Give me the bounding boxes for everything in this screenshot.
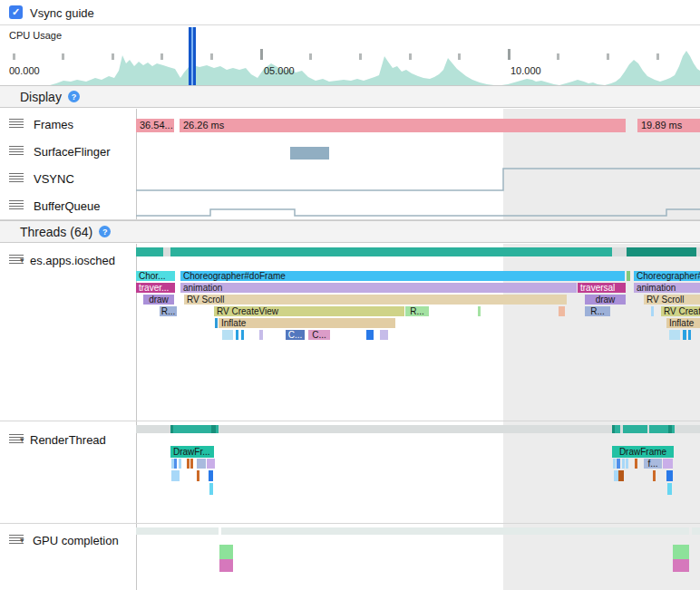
- trace-slice[interactable]: [190, 459, 193, 469]
- trace-slice[interactable]: [366, 330, 374, 340]
- trace-slice: [458, 53, 461, 60]
- collapse-triangle-icon[interactable]: ▾: [20, 435, 24, 444]
- help-icon[interactable]: ?: [99, 226, 111, 237]
- trace-slice[interactable]: [683, 330, 686, 340]
- trace-slice-c-[interactable]: C...: [308, 330, 330, 340]
- trace-slice[interactable]: [635, 459, 637, 469]
- trace-slice: [672, 425, 675, 433]
- trace-slice-19-89-ms[interactable]: 19.89 ms: [637, 119, 700, 132]
- trace-slice[interactable]: [673, 545, 689, 559]
- trace-slice[interactable]: [219, 545, 233, 559]
- trace-slice[interactable]: [197, 470, 199, 481]
- row-label: SurfaceFlinger: [34, 145, 111, 159]
- trace-slice[interactable]: [236, 330, 238, 340]
- trace-slice-rv-scroll[interactable]: RV Scroll: [184, 295, 567, 305]
- trace-slice-draw[interactable]: draw: [585, 295, 626, 305]
- trace-slice-choreographer-doframe[interactable]: Choreographer#doFrame: [180, 271, 625, 281]
- collapse-triangle-icon[interactable]: ▾: [20, 256, 24, 265]
- drag-handle-icon[interactable]: [9, 173, 24, 183]
- trace-slice-r-[interactable]: R...: [160, 306, 177, 316]
- trace-slice-draw[interactable]: draw: [143, 295, 174, 305]
- trace-slice: [13, 53, 15, 60]
- trace-slice-chor-[interactable]: Chor...: [136, 271, 175, 281]
- thread-name: RenderThread: [30, 433, 106, 447]
- trace-slice[interactable]: [613, 459, 616, 469]
- trace-slice-drawframe[interactable]: DrawFrame: [612, 446, 674, 458]
- trace-slice-c-[interactable]: C...: [286, 330, 305, 340]
- trace-slice[interactable]: [651, 306, 654, 316]
- trace-slice[interactable]: [259, 330, 263, 340]
- track-divider: [0, 523, 700, 524]
- trace-slice[interactable]: [653, 470, 656, 481]
- trace-slice[interactable]: [478, 306, 481, 316]
- vsync-guide-checkbox[interactable]: ✓: [9, 5, 23, 19]
- track-label-divider: [136, 244, 137, 590]
- time-tick-label: 05.000: [264, 65, 295, 76]
- trace-slice[interactable]: [669, 330, 680, 340]
- trace-slice[interactable]: [673, 559, 689, 572]
- trace-slice[interactable]: [209, 483, 213, 495]
- display-section-header[interactable]: Display ?: [0, 85, 700, 108]
- trace-slice-drawfr-[interactable]: DrawFr...: [170, 446, 214, 458]
- trace-slice[interactable]: [187, 459, 190, 469]
- trace-slice-traversal[interactable]: traversal: [578, 283, 626, 293]
- trace-slice: [112, 53, 114, 60]
- display-row-frames: Frames: [0, 111, 136, 138]
- trace-slice-36-54-[interactable]: 36.54...: [136, 119, 174, 132]
- trace-slice[interactable]: [559, 306, 565, 316]
- trace-slice[interactable]: [241, 330, 244, 340]
- trace-slice[interactable]: [222, 330, 233, 340]
- trace-slice: [557, 53, 559, 60]
- trace-slice-animation[interactable]: animation: [180, 283, 577, 293]
- threads-section-header[interactable]: Threads (64) ?: [0, 220, 700, 243]
- trace-slice-animation[interactable]: animation: [634, 283, 700, 293]
- display-section-title: Display: [20, 90, 62, 104]
- trace-slice[interactable]: [179, 459, 181, 469]
- display-row-surfaceflinger: SurfaceFlinger: [0, 138, 136, 165]
- timeline-ruler[interactable]: 00.000 05.000 10.000: [0, 25, 700, 85]
- trace-slice[interactable]: [215, 318, 218, 328]
- trace-slice[interactable]: [617, 459, 620, 469]
- trace-slice[interactable]: [667, 483, 672, 495]
- trace-slice[interactable]: [666, 470, 673, 481]
- help-icon[interactable]: ?: [68, 91, 80, 102]
- drag-handle-icon[interactable]: [9, 119, 24, 129]
- trace-slice: [309, 53, 312, 60]
- cpu-profiler-trace-view: ✓ Vsync guide CPU Usage 00.000 05.000 10…: [0, 0, 700, 590]
- trace-slice: [193, 27, 196, 85]
- trace-slice[interactable]: [622, 459, 625, 469]
- trace-slice-rv-createview[interactable]: RV CreateView: [661, 306, 700, 316]
- drag-handle-icon[interactable]: [9, 200, 24, 210]
- trace-slice-traver-[interactable]: traver...: [136, 283, 175, 293]
- trace-slice-choreographer-doframe[interactable]: Choreographer#doFrame: [634, 271, 700, 281]
- trace-slice: [508, 49, 510, 60]
- drag-handle-icon[interactable]: [9, 146, 24, 156]
- trace-slice[interactable]: [688, 330, 691, 340]
- trace-slice-inflate[interactable]: Inflate: [219, 318, 395, 328]
- trace-slice[interactable]: [209, 470, 213, 481]
- trace-slice-rv-scroll[interactable]: RV Scroll: [644, 295, 700, 305]
- trace-slice-26-26-ms[interactable]: 26.26 ms: [180, 119, 626, 132]
- trace-slice[interactable]: [290, 147, 329, 160]
- trace-slice[interactable]: [174, 459, 177, 469]
- thread-track-iosched: ▾ es.apps.iosched: [0, 252, 136, 268]
- thread-track-renderthread: ▾ RenderThread: [0, 430, 136, 447]
- trace-slice[interactable]: [219, 559, 233, 572]
- trace-slice-rv-createview[interactable]: RV CreateView: [214, 306, 404, 316]
- trace-slice[interactable]: [177, 470, 180, 481]
- trace-slice[interactable]: [663, 459, 673, 469]
- trace-slice-r-[interactable]: R...: [585, 306, 610, 316]
- trace-slice[interactable]: [380, 330, 388, 340]
- trace-slice-inflate[interactable]: Inflate: [666, 318, 700, 328]
- trace-slice[interactable]: [626, 459, 628, 469]
- trace-slice-f-[interactable]: f...: [644, 459, 662, 469]
- trace-slice-r-[interactable]: R...: [405, 306, 429, 316]
- trace-slice[interactable]: [197, 459, 206, 469]
- trace-slice: [62, 53, 64, 60]
- trace-slice[interactable]: [627, 271, 630, 281]
- collapse-triangle-icon[interactable]: ▾: [20, 536, 24, 545]
- trace-slice: [627, 247, 696, 256]
- trace-slice[interactable]: [618, 470, 624, 481]
- threads-section-title: Threads (64): [20, 225, 92, 239]
- trace-slice[interactable]: [207, 459, 215, 469]
